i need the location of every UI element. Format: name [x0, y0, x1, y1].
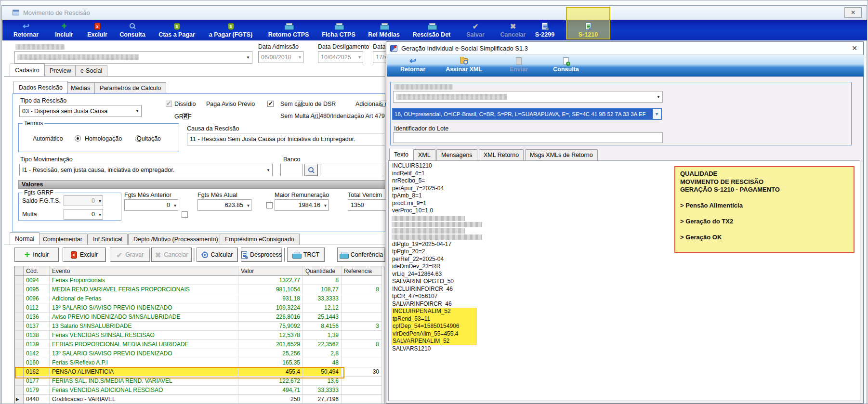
- col-valor[interactable]: Valor: [238, 266, 303, 276]
- grid-trct-button[interactable]: TRCT: [287, 248, 325, 262]
- row-selector[interactable]: [15, 313, 24, 322]
- table-row[interactable]: 0112 13º SALARIO S/AVISO PREVIO INDENIZA…: [15, 303, 384, 313]
- table-row[interactable]: 0440 Gratificacao - VARIAVEL 250 27,7196: [15, 395, 384, 404]
- total-vencimentos-field[interactable]: 1350: [348, 199, 389, 211]
- toolbar-button-rel-medias[interactable]: Rel Médias: [364, 21, 404, 39]
- tab-medias[interactable]: Médias: [66, 82, 95, 93]
- tab-preview[interactable]: Preview: [44, 65, 76, 76]
- row-selector[interactable]: [15, 358, 24, 367]
- row-selector[interactable]: [15, 377, 24, 386]
- causa-field[interactable]: 11 - Rescisão Sem Justa Causa por Inicia…: [187, 133, 385, 145]
- table-row[interactable]: 0139 FERIAS PROPORCIONAL MEDIA INSALUBRI…: [15, 340, 384, 349]
- dialog-tab-mensagens[interactable]: Mensagens: [436, 149, 477, 160]
- row-selector[interactable]: [15, 349, 24, 358]
- col-quantidade[interactable]: Quantidade: [303, 266, 342, 276]
- row-selector[interactable]: [15, 386, 24, 395]
- tipo-mov-combobox[interactable]: I1 - Rescisão, sem justa causa, iniciati…: [19, 164, 273, 176]
- dialog-tab-texto[interactable]: Texto: [389, 148, 413, 160]
- employee-combobox[interactable]: [14, 51, 252, 64]
- saldo-fgts-field[interactable]: 0: [64, 195, 103, 206]
- fgts-mes-atual-field[interactable]: 623.85: [197, 199, 251, 211]
- row-selector[interactable]: [15, 322, 24, 331]
- tab-dados-rescisao[interactable]: Dados Rescisão: [13, 81, 68, 93]
- lote-input[interactable]: [393, 132, 663, 143]
- toolbar-button-retorno-ctps[interactable]: Retorno CTPS: [263, 21, 314, 39]
- row-selector[interactable]: [15, 340, 24, 349]
- toolbar-button-ficha-ctps[interactable]: Ficha CTPS: [317, 21, 360, 39]
- toolbar-button-ctas-a-pagar[interactable]: $Ctas a Pagar: [154, 21, 200, 39]
- tab-complementar[interactable]: Complementar: [38, 234, 88, 245]
- dialog-tab-xml-retorno[interactable]: XML Retorno: [479, 149, 524, 160]
- dialog-assinar-xml-button[interactable]: Assinar XML: [438, 56, 490, 74]
- table-row[interactable]: 0136 Aviso PREVIO INDENIZADO S/INSALUBRI…: [15, 313, 384, 322]
- grid-cancelar-button[interactable]: ✖Cancelar: [151, 248, 192, 262]
- grid-desprocessar-button[interactable]: Desprocess: [241, 248, 282, 262]
- tab-emprestimo[interactable]: Empréstimo eConsignado: [220, 234, 300, 245]
- grid-excluir-button[interactable]: xExcluir: [63, 248, 106, 262]
- dialog-tab-msgs-retorno[interactable]: Msgs XMLs de Retorno: [525, 149, 598, 160]
- tab-parametros[interactable]: Parametros de Calculo: [94, 82, 166, 93]
- row-selector[interactable]: [15, 395, 24, 404]
- row-selector[interactable]: [15, 303, 24, 313]
- grid-incluir-button[interactable]: +Incluir: [14, 248, 59, 262]
- row-selector[interactable]: [15, 294, 24, 303]
- banco-field[interactable]: [280, 164, 302, 176]
- toolbar-button-retornar[interactable]: ↩Retornar: [7, 21, 45, 39]
- grid-calcular-button[interactable]: Calcular: [197, 248, 238, 262]
- table-row[interactable]: 0095 MEDIA REND.VARIAVEL FERIAS PROPORCI…: [15, 285, 384, 294]
- toolbar-button-cancelar[interactable]: ✖Cancelar: [495, 21, 531, 39]
- toolbar-button-rescisao-det[interactable]: Rescisão Det: [407, 21, 456, 39]
- dialog-enviar-button[interactable]: Enviar: [503, 56, 534, 74]
- dialog-consulta-button[interactable]: Consulta: [546, 56, 586, 74]
- table-row[interactable]: 0137 13 Salario S/INSALUBRIDADE 75,9092 …: [15, 322, 384, 331]
- fgts-mes-anterior-checkbox[interactable]: [266, 202, 273, 209]
- table-row[interactable]: 0160 Ferias S/Reflexo A.P.I 165,35 48: [15, 358, 384, 367]
- row-selector[interactable]: [15, 367, 24, 377]
- col-evento[interactable]: Evento: [50, 266, 238, 276]
- table-row[interactable]: 0177 FERIAS SAL. IND.S/MEDIA REND. VARIA…: [15, 377, 384, 386]
- toolbar-button-a-pagar-fgts[interactable]: $a Pagar (FGTS): [204, 21, 258, 39]
- tab-depto-motivo[interactable]: Depto /Motivo (Processamento): [128, 234, 224, 245]
- tab-normal[interactable]: Normal: [10, 232, 39, 245]
- toolbar-button-s2299[interactable]: S-2299: [527, 21, 562, 39]
- table-row[interactable]: 0094 Ferias Proporcionais 1322,77 8: [15, 276, 384, 285]
- maior-remuneracao-field[interactable]: 1984.16: [275, 199, 329, 211]
- multa-checkbox[interactable]: [182, 211, 188, 218]
- dialog-close-icon[interactable]: ✕: [852, 44, 857, 52]
- toolbar-button-incluir[interactable]: +Incluir: [49, 21, 79, 39]
- grid-conferencia-button[interactable]: Conferência: [337, 248, 385, 262]
- table-row[interactable]: 0096 Adicional de Ferias 931,18 33,3333: [15, 294, 384, 303]
- toolbar-button-consulta[interactable]: Consulta: [115, 21, 150, 39]
- fgts-mes-anterior-field[interactable]: 0: [124, 199, 178, 211]
- row-selector[interactable]: [15, 276, 24, 285]
- table-row[interactable]: 0142 13º SALARIO S/AVISO PREVIO INDENIZA…: [15, 349, 384, 358]
- toolbar-button-excluir[interactable]: xExcluir: [82, 21, 112, 39]
- tab-inf-sindical[interactable]: Inf.Sindical: [88, 234, 128, 245]
- automatico-radio[interactable]: [75, 135, 81, 142]
- toolbar-button-salvar[interactable]: ✔Salvar: [460, 21, 491, 39]
- toolbar-button-s1210[interactable]: S-1210: [570, 21, 606, 39]
- paga-aviso-checkbox[interactable]: [267, 101, 274, 107]
- tipo-rescisao-combobox[interactable]: 03 - Dispensa sem Justa Causa: [19, 105, 142, 117]
- certificate-combobox[interactable]: 18, OU=presencial, O=ICP-Brasil, C=BR, S…: [392, 108, 662, 120]
- row-selector[interactable]: [15, 285, 24, 294]
- multa-field[interactable]: 0: [64, 209, 103, 220]
- admissao-field[interactable]: 06/08/2018: [258, 51, 303, 63]
- desligamento-field[interactable]: 10/04/2025: [318, 51, 363, 63]
- col-referencia[interactable]: Referencia: [342, 266, 382, 276]
- dissidio-checkbox[interactable]: [166, 101, 172, 107]
- close-window-button[interactable]: ✕: [844, 7, 862, 18]
- col-cod[interactable]: Cód.: [24, 266, 50, 276]
- dialog-retornar-button[interactable]: ↩Retornar: [394, 56, 432, 74]
- table-row[interactable]: 0162 PENSAO ALIMENTICIA 455,4 50,494 30: [15, 367, 384, 377]
- banco-nome-field[interactable]: [320, 164, 385, 176]
- table-row[interactable]: 0138 Ferias VENCIDAS S/INSAL.RESCISAO 12…: [15, 331, 384, 340]
- grid-gravar-button[interactable]: ✔Gravar: [110, 248, 150, 262]
- table-row[interactable]: 0179 Ferias VENCIDAS ADICIONAL RESCISAO …: [15, 386, 384, 395]
- company-combobox[interactable]: [393, 91, 663, 103]
- tab-esocial[interactable]: e-Social: [75, 65, 107, 76]
- banco-search-button[interactable]: [304, 164, 318, 176]
- tab-cadastro[interactable]: Cadastro: [10, 64, 45, 76]
- dialog-tab-xml[interactable]: XML: [413, 149, 435, 160]
- row-selector[interactable]: [15, 331, 24, 340]
